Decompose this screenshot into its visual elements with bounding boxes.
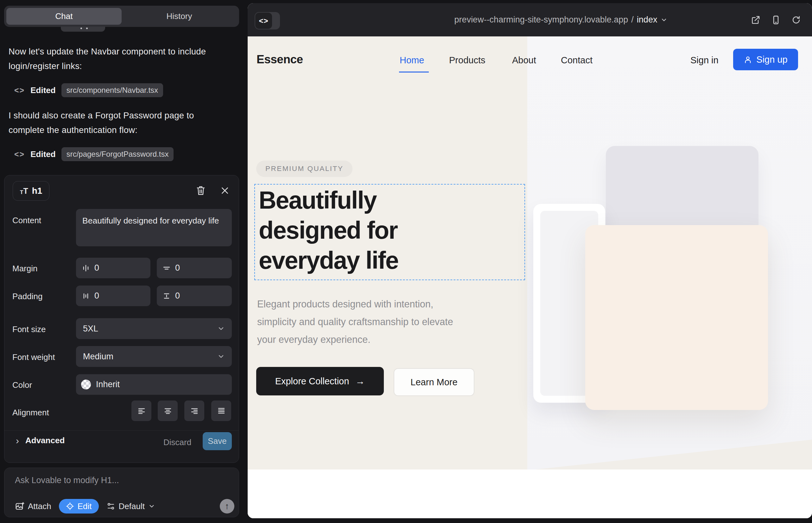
scrolled-chip-partial bbox=[61, 26, 105, 32]
refresh-icon bbox=[791, 15, 801, 25]
url-host: preview--charming-site-symphony.lovable.… bbox=[455, 15, 628, 25]
padding-horizontal-icon bbox=[82, 292, 90, 300]
code-icon: <> bbox=[14, 86, 25, 95]
padding-horizontal-field[interactable] bbox=[76, 286, 151, 306]
margin-horizontal-field[interactable] bbox=[76, 258, 151, 278]
alignment-label: Alignment bbox=[12, 408, 49, 418]
margin-horizontal-input[interactable] bbox=[94, 263, 133, 273]
explore-collection-label: Explore Collection bbox=[275, 376, 349, 386]
typography-icon: TT bbox=[20, 187, 28, 195]
hero-heading: Beautifully designed for everyday life bbox=[259, 185, 399, 275]
attach-label: Attach bbox=[28, 502, 51, 511]
code-preview-toggle[interactable]: <> bbox=[254, 12, 280, 30]
margin-vertical-input[interactable] bbox=[175, 263, 213, 273]
chat-history-tabbar: Chat History bbox=[4, 6, 239, 27]
url-page-selector[interactable]: index bbox=[637, 15, 657, 25]
font-size-select[interactable]: 5XL bbox=[76, 318, 232, 339]
url-separator: / bbox=[631, 15, 634, 25]
composer-input[interactable] bbox=[15, 475, 205, 489]
content-field: Beautifully designed for everyday life bbox=[76, 209, 232, 246]
align-left-icon bbox=[137, 407, 146, 415]
padding-vertical-input[interactable] bbox=[175, 291, 213, 301]
advanced-toggle[interactable]: › Advanced bbox=[16, 436, 65, 446]
color-value: Inherit bbox=[96, 380, 120, 390]
nav-item-about[interactable]: About bbox=[512, 55, 536, 66]
font-weight-select[interactable]: Medium bbox=[76, 346, 232, 367]
edit-mode-button[interactable]: Edit bbox=[59, 499, 99, 513]
edit-label: Edit bbox=[77, 502, 92, 511]
edited-file-row[interactable]: <> Edited src/components/Navbar.tsx bbox=[14, 83, 163, 97]
attach-button[interactable]: Attach bbox=[15, 502, 51, 511]
font-size-value: 5XL bbox=[83, 324, 98, 334]
learn-more-button[interactable]: Learn More bbox=[394, 368, 474, 396]
tab-chat[interactable]: Chat bbox=[6, 8, 122, 25]
margin-field-label: Margin bbox=[12, 264, 37, 273]
send-button[interactable]: ↑ bbox=[220, 499, 234, 513]
premium-quality-badge: PREMIUM QUALITY bbox=[256, 161, 352, 177]
chevron-down-icon bbox=[217, 353, 225, 360]
padding-vertical-icon bbox=[162, 292, 171, 300]
attach-image-icon bbox=[15, 502, 24, 511]
hero-description: Elegant products designed with intention… bbox=[257, 295, 466, 348]
save-button[interactable]: Save bbox=[203, 432, 232, 450]
align-center-button[interactable] bbox=[158, 400, 178, 421]
align-right-icon bbox=[190, 407, 199, 415]
align-left-button[interactable] bbox=[131, 400, 152, 421]
nav-item-products[interactable]: Products bbox=[449, 55, 485, 66]
default-mode-selector[interactable]: Default bbox=[106, 502, 155, 511]
browser-topbar: <> preview--charming-site-symphony.lovab… bbox=[248, 3, 812, 36]
decor-card-cream bbox=[585, 225, 768, 410]
default-label: Default bbox=[119, 502, 145, 511]
refresh-button[interactable] bbox=[791, 14, 802, 26]
nav-active-underline bbox=[399, 72, 429, 72]
code-icon: <> bbox=[255, 13, 272, 29]
mobile-view-button[interactable] bbox=[770, 14, 782, 26]
chevron-down-icon bbox=[660, 16, 667, 23]
close-panel-button[interactable] bbox=[218, 184, 231, 197]
discard-button[interactable]: Discard bbox=[160, 436, 194, 449]
chevron-right-icon: › bbox=[16, 436, 19, 446]
margin-vertical-field[interactable] bbox=[157, 258, 232, 278]
sign-in-link[interactable]: Sign in bbox=[690, 55, 719, 66]
edited-file-row[interactable]: <> Edited src/pages/ForgotPassword.tsx bbox=[14, 147, 174, 161]
align-right-button[interactable] bbox=[184, 400, 204, 421]
nav-item-contact[interactable]: Contact bbox=[561, 55, 593, 66]
selected-element-pill[interactable]: TT h1 bbox=[13, 181, 49, 201]
chat-message: Now let's update the Navbar component to… bbox=[8, 44, 211, 73]
color-select[interactable]: Inherit bbox=[76, 374, 232, 395]
font-weight-label: Font weight bbox=[12, 353, 55, 362]
padding-field-label: Padding bbox=[12, 292, 42, 301]
chat-message: I should also create a Forgot Password p… bbox=[8, 108, 211, 138]
nav-item-home[interactable]: Home bbox=[400, 55, 424, 66]
padding-horizontal-input[interactable] bbox=[94, 291, 133, 301]
file-chip[interactable]: src/components/Navbar.tsx bbox=[61, 83, 163, 97]
open-in-new-tab-button[interactable] bbox=[750, 14, 761, 26]
tab-history[interactable]: History bbox=[122, 8, 237, 25]
content-field-label: Content bbox=[12, 216, 41, 226]
hero-heading-line: Beautifully bbox=[259, 185, 399, 215]
sign-up-button[interactable]: Sign up bbox=[733, 49, 798, 70]
padding-vertical-field[interactable] bbox=[157, 286, 232, 306]
smartphone-icon bbox=[771, 15, 781, 25]
preview-site: Essence Home Products About Contact Sign… bbox=[248, 36, 812, 518]
align-center-icon bbox=[163, 407, 172, 415]
content-input[interactable]: Beautifully designed for everyday life bbox=[76, 209, 232, 246]
preview-browser-window: <> preview--charming-site-symphony.lovab… bbox=[248, 3, 812, 518]
file-chip[interactable]: src/pages/ForgotPassword.tsx bbox=[61, 147, 174, 161]
advanced-label: Advanced bbox=[25, 436, 65, 446]
close-icon bbox=[221, 186, 229, 195]
h1-selection-outline[interactable]: Beautifully designed for everyday life bbox=[254, 184, 525, 280]
chat-sidebar: Chat History Now let's update the Navbar… bbox=[0, 0, 247, 523]
hero-heading-line: everyday life bbox=[259, 245, 399, 275]
align-justify-button[interactable] bbox=[211, 400, 231, 421]
hero-heading-line: designed for bbox=[259, 215, 399, 245]
delete-element-button[interactable] bbox=[194, 184, 207, 197]
url-bar[interactable]: preview--charming-site-symphony.lovable.… bbox=[455, 3, 668, 36]
edited-label: Edited bbox=[30, 86, 55, 95]
site-logo[interactable]: Essence bbox=[257, 53, 303, 66]
margin-horizontal-icon bbox=[82, 264, 90, 272]
edited-label: Edited bbox=[30, 149, 55, 159]
crosshair-icon bbox=[66, 502, 74, 510]
explore-collection-button[interactable]: Explore Collection → bbox=[256, 367, 384, 395]
panel-footer-divider bbox=[4, 430, 239, 431]
